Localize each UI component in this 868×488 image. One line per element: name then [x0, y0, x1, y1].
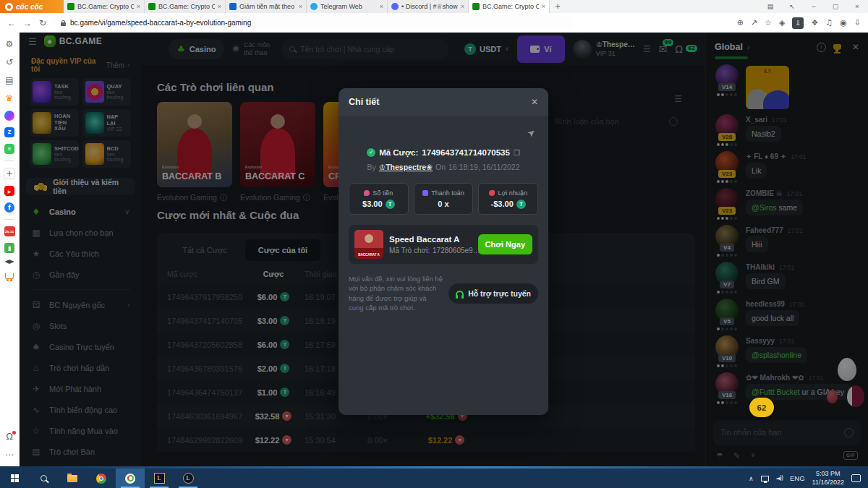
browser-tab[interactable]: Giảm tiền mặt theo tiền hóa×: [226, 0, 307, 13]
address-bar[interactable]: bc.game/vi/game/speed-baccarat-a-by-evol…: [54, 16, 574, 30]
tab-close-icon[interactable]: ×: [542, 3, 545, 10]
history-icon[interactable]: ↺: [4, 56, 15, 68]
new-tab-button[interactable]: +: [550, 0, 566, 13]
downloads-tray-icon[interactable]: ⇩: [854, 18, 861, 27]
media-icon[interactable]: ♫: [825, 18, 833, 27]
taskbar-search[interactable]: [29, 468, 58, 488]
divider: [4, 219, 14, 220]
tabs: BC.Game: Crypto Casino Gam×BC.Game: Cryp…: [64, 0, 550, 13]
coccoc-brand[interactable]: cốc cốc: [0, 0, 64, 13]
bookmark-star-icon[interactable]: ☆: [765, 18, 772, 27]
taskbar-start[interactable]: [0, 468, 29, 488]
hot-icon[interactable]: ♛: [4, 93, 15, 104]
usdt-coin-icon: T: [516, 200, 526, 209]
stat-value: $3.00: [362, 200, 383, 208]
tab-close-icon[interactable]: ×: [299, 3, 302, 10]
bcgame-favicon: [67, 3, 75, 10]
minimize-button[interactable]: –: [803, 0, 825, 13]
side-panel-icon[interactable]: ▤: [760, 0, 781, 13]
back-button[interactable]: ←: [7, 18, 16, 28]
bettor-row: By ♔Thespectre❀ On 16:18:19, 16/11/2022: [349, 163, 538, 171]
play-now-button[interactable]: Chơi Ngay: [478, 234, 533, 254]
taskbar-search-icon: [41, 475, 47, 481]
bettor-name[interactable]: ♔Thespectre❀: [379, 163, 433, 171]
windows-taskbar: LL ∧ ◄)) ENG 5:03 PM 11/16/2022: [0, 468, 868, 488]
tab-title: • Discord | #♕show-off-you: [401, 3, 458, 10]
bcgame-favicon: [472, 3, 480, 10]
browser-tab[interactable]: BC.Game: Crypto Casino Gam×: [64, 0, 145, 13]
youtube-icon[interactable]: ▶: [4, 186, 14, 196]
stat-amount: Số tiền$3.00T: [349, 183, 409, 215]
sale-25-11-icon[interactable]: 25.11: [4, 226, 15, 236]
cart-icon[interactable]: [5, 273, 14, 279]
shopee-icon[interactable]: ▮: [4, 243, 14, 253]
tab-title: BC.Game: Crypto Casino Gam: [482, 3, 539, 10]
bet-id-row: ✓ Mã Cược: 1749643741714070535 ❐: [349, 148, 538, 157]
tab-close-icon[interactable]: ×: [137, 3, 140, 10]
extensions-icon[interactable]: ❖: [811, 18, 818, 27]
browser-tab[interactable]: • Discord | #♕show-off-you×: [388, 0, 469, 13]
maximize-button[interactable]: ▢: [825, 0, 846, 13]
games-icon[interactable]: ≡: [4, 144, 14, 154]
league-of-legends-icon: L: [154, 473, 165, 484]
video-favicon: [229, 3, 237, 10]
messenger-icon[interactable]: [4, 111, 14, 121]
support-note: Mọi vấn đề, xin vui lòng liên hệ với bộ …: [349, 274, 443, 312]
share-icon[interactable]: ↗: [751, 18, 757, 27]
verified-check-icon: ✓: [367, 148, 375, 157]
add-icon[interactable]: +: [4, 168, 15, 179]
close-button[interactable]: ×: [846, 0, 868, 13]
tab-bar: cốc cốc BC.Game: Crypto Casino Gam×BC.Ga…: [0, 0, 868, 13]
study-icon[interactable]: [5, 260, 14, 264]
tab-close-icon[interactable]: ×: [461, 3, 464, 10]
taskbar-league-of-legends-2[interactable]: L: [174, 468, 203, 488]
live-support-button[interactable]: Hỗ trợ trực tuyến: [448, 283, 538, 304]
send-to-device-icon[interactable]: ↖: [781, 0, 803, 13]
volume-icon[interactable]: ◄)): [776, 475, 783, 481]
tab-close-icon[interactable]: ×: [218, 3, 221, 10]
by-label: By: [367, 163, 376, 171]
share-arrow-icon[interactable]: ➤: [525, 126, 538, 140]
telegram-favicon: [310, 3, 318, 10]
zalo-icon[interactable]: Z: [4, 127, 14, 137]
copy-icon[interactable]: ❐: [514, 149, 520, 157]
browser-tab[interactable]: Telegram Web×: [307, 0, 388, 13]
game-thumbnail[interactable]: BACCARAT A: [354, 230, 383, 259]
browser-tab[interactable]: BC.Game: Crypto Casino Gam×: [145, 0, 226, 13]
adblock-shield-icon[interactable]: ◈: [779, 18, 785, 27]
save-page-icon[interactable]: ⊕: [737, 18, 744, 27]
notifications-icon[interactable]: Ω: [4, 431, 15, 442]
hidden-icons-chevron[interactable]: ∧: [749, 475, 754, 482]
more-icon[interactable]: ⋯: [4, 449, 15, 461]
url-text[interactable]: bc.game/vi/game/speed-baccarat-a-by-evol…: [70, 19, 251, 27]
download-active-icon[interactable]: ⇩: [792, 17, 804, 29]
forward-button[interactable]: →: [23, 18, 32, 28]
bet-details-modal: Chi tiết ✕ ➤ ✓ Mã Cược: 1749643741714070…: [339, 88, 548, 415]
usdt-coin-icon: T: [386, 200, 395, 209]
modal-close-icon[interactable]: ✕: [531, 97, 538, 107]
file-explorer-icon: [67, 475, 77, 482]
input-language[interactable]: ENG: [790, 474, 805, 482]
taskbar-league-of-legends[interactable]: L: [145, 468, 174, 488]
browser-tab[interactable]: BC.Game: Crypto Casino Gam×: [469, 0, 550, 13]
action-center-icon[interactable]: [851, 474, 861, 482]
chrome-icon: [96, 474, 106, 484]
modal-title: Chi tiết: [349, 97, 531, 107]
taskbar-file-explorer[interactable]: [58, 468, 87, 488]
reaction-count-bubble[interactable]: 62: [749, 398, 774, 417]
stat-label: Lợi nhuận: [498, 189, 527, 197]
taskbar-chrome[interactable]: [87, 468, 116, 488]
facebook-icon[interactable]: f: [4, 202, 14, 213]
game-card: BACCARAT A Speed Baccarat A Mã Trò chơi:…: [349, 225, 538, 264]
bet-timestamp: 16:18:19, 16/11/2022: [448, 163, 519, 171]
clock[interactable]: 5:03 PM 11/16/2022: [812, 470, 844, 487]
network-icon[interactable]: [761, 476, 769, 481]
settings-icon[interactable]: ⚙: [4, 38, 15, 50]
bcgame-favicon: [148, 3, 156, 10]
taskbar-coccoc[interactable]: [116, 468, 145, 488]
game-id-label: Mã Trò chơi:: [389, 247, 430, 254]
reading-list-icon[interactable]: ▤: [4, 74, 15, 86]
profile-avatar-icon[interactable]: ◉: [840, 18, 847, 27]
tab-close-icon[interactable]: ×: [380, 3, 383, 10]
reload-button[interactable]: ↻: [39, 18, 46, 28]
